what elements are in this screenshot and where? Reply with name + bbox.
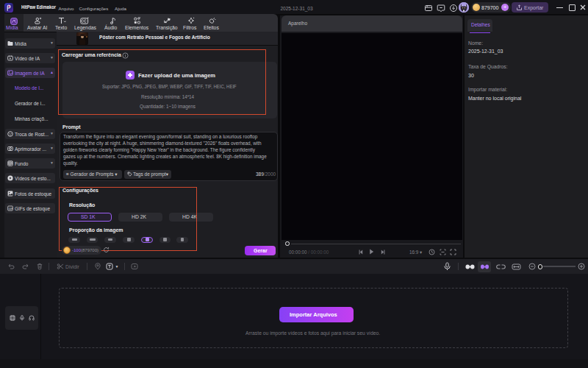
svg-text:GIF: GIF (8, 208, 13, 210)
